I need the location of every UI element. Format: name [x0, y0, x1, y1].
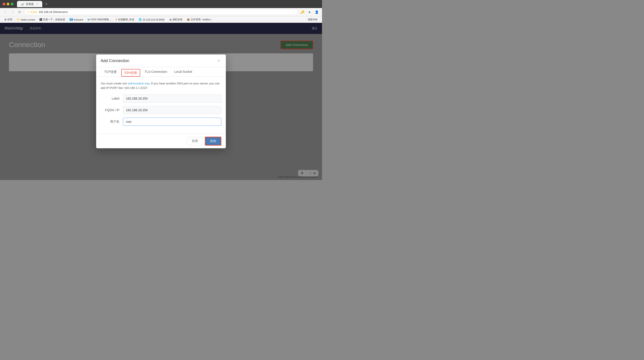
active-tab[interactable]: 📊 仪表盘 ×: [17, 1, 42, 7]
fqdn-form-group: FQDN / IP: [100, 106, 222, 114]
page-content: WebVirtMgr 基础架构 退出 Connection Add Connec…: [0, 23, 322, 180]
modal-body: You must create ssh authorization key. I…: [96, 77, 226, 134]
close-window-button[interactable]: [3, 3, 5, 5]
address-text: 192.168.18.254/servers/: [39, 10, 68, 14]
modal-header: Add Connection ×: [96, 54, 226, 67]
label-field-label: Label: [100, 97, 123, 100]
globe-icon: 🌐: [139, 18, 142, 21]
bookmark-apps[interactable]: ⊞ 应用: [3, 17, 14, 22]
add-button[interactable]: 添加: [205, 137, 222, 146]
bookmark-kodbox[interactable]: 📦 文件管理 - kodbox...: [185, 17, 214, 22]
vm-icon: 🖥: [169, 18, 172, 21]
modal-title: Add Connection: [100, 58, 129, 63]
refresh-button[interactable]: ↻: [17, 9, 22, 15]
forward-button[interactable]: →: [10, 9, 15, 15]
youdao-icon: Y: [116, 18, 117, 21]
tab-title: 仪表盘: [26, 2, 34, 6]
address-bar: ← → ↻ ⚠ 不安全 192.168.18.254/servers/ 🔑 ★ …: [0, 8, 322, 16]
username-input[interactable]: [123, 118, 222, 126]
address-input[interactable]: ⚠ 不安全 192.168.18.254/servers/: [24, 9, 298, 15]
fqdn-field-label: FQDN / IP: [100, 108, 123, 112]
kuboard-icon: K: [70, 18, 73, 21]
label-input[interactable]: [123, 94, 222, 103]
bookmark-readinglist[interactable]: 读取列表: [306, 17, 319, 22]
toolbar-icons: 🔑 ★ 👤: [300, 9, 319, 15]
modal-footer: 关闭 添加: [96, 134, 226, 148]
bookmark-0329[interactable]: W 0329 S9820替换...: [86, 17, 113, 22]
modal-close-button[interactable]: ×: [216, 58, 222, 63]
back-button[interactable]: ←: [3, 9, 8, 15]
tab-local-socket[interactable]: Local Socket: [170, 67, 196, 77]
fqdn-input[interactable]: [123, 106, 222, 114]
modal-dialog: Add Connection × TCP连接 SSH连接 TLS Connect…: [96, 54, 226, 148]
tab-tls[interactable]: TLS Connection: [141, 67, 170, 77]
tab-bar: 📊 仪表盘 × +: [17, 1, 319, 7]
username-field-label: 用户名: [100, 120, 123, 124]
word-icon: W: [88, 18, 90, 21]
new-tab-button[interactable]: +: [43, 1, 50, 7]
security-warning: ⚠ 不安全: [27, 10, 37, 14]
maximize-window-button[interactable]: [11, 3, 14, 5]
modal-description: You must create ssh authorization key. I…: [100, 81, 222, 90]
label-form-group: Label: [100, 94, 222, 103]
folder-icon: 📁: [17, 18, 20, 21]
tab-favicon: 📊: [20, 2, 24, 5]
modal-tabs: TCP连接 SSH连接 TLS Connection Local Socket: [96, 67, 226, 77]
kodbox-icon: 📦: [187, 18, 190, 21]
minimize-window-button[interactable]: [7, 3, 10, 5]
bookmark-baidu-yunwei[interactable]: 📁 baidu yunwei: [15, 18, 37, 21]
tab-close-button[interactable]: ×: [36, 2, 39, 5]
bookmarks-bar: ⊞ 应用 📁 baidu yunwei 🅱 百度一下，你就知道 K Kuboar…: [0, 16, 322, 23]
tab-ssh[interactable]: SSH连接: [121, 69, 140, 77]
bookmark-baidu-search[interactable]: 🅱 百度一下，你就知道: [38, 17, 67, 22]
bookmark-kuboard[interactable]: K Kuboard: [68, 18, 85, 21]
baidu-icon: 🅱: [40, 18, 42, 21]
close-button[interactable]: 关闭: [187, 137, 202, 145]
modal-overlay[interactable]: Add Connection × TCP连接 SSH连接 TLS Connect…: [0, 23, 322, 180]
bookmark-youdao[interactable]: Y 在线翻译_有道: [114, 17, 136, 22]
traffic-lights: [3, 3, 14, 5]
authorization-key-link[interactable]: authorization key: [128, 82, 149, 85]
username-form-group: 用户名: [100, 118, 222, 126]
bookmark-vm[interactable]: 🖥 虚机实例: [167, 17, 184, 22]
tab-tcp[interactable]: TCP连接: [100, 67, 120, 77]
bookmark-icon[interactable]: ★: [307, 9, 312, 15]
key-icon[interactable]: 🔑: [300, 9, 305, 15]
bookmark-10143[interactable]: 🌐 10.143.214.25:8000: [137, 18, 166, 21]
profile-icon[interactable]: 👤: [314, 9, 319, 15]
